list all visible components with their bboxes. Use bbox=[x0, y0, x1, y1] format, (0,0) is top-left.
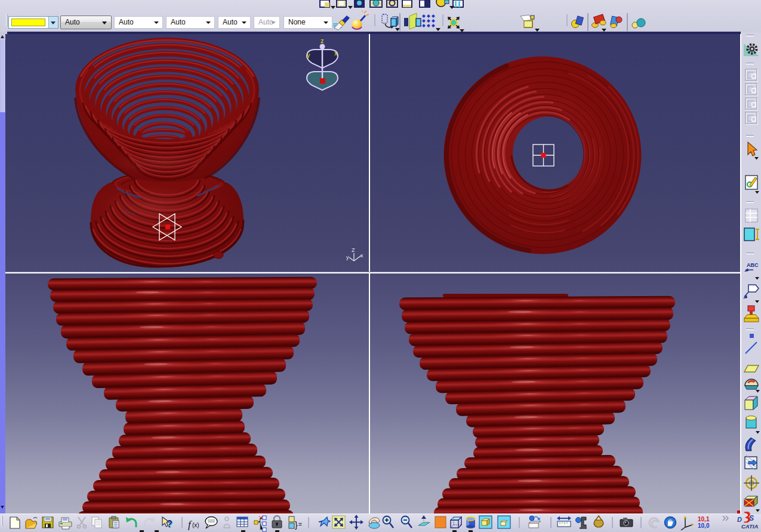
svg-text:10,1: 10,1 bbox=[698, 516, 710, 522]
svg-text:x: x bbox=[334, 50, 338, 57]
svg-text:f: f bbox=[188, 519, 192, 530]
svg-text:y: y bbox=[307, 51, 310, 59]
svg-text:10,0: 10,0 bbox=[698, 522, 710, 529]
svg-text:ABC: ABC bbox=[747, 262, 759, 268]
svg-text:D: D bbox=[737, 516, 742, 523]
svg-text:S: S bbox=[749, 514, 754, 522]
svg-text:Z: Z bbox=[352, 247, 355, 253]
svg-text:x: x bbox=[361, 253, 363, 259]
svg-text:}: } bbox=[295, 520, 298, 530]
svg-text:(x): (x) bbox=[192, 522, 199, 528]
svg-text:y: y bbox=[346, 254, 349, 260]
svg-text:=: = bbox=[298, 521, 302, 528]
svg-text:?: ? bbox=[167, 519, 172, 529]
svg-text:CATIA: CATIA bbox=[741, 523, 758, 530]
svg-text:z: z bbox=[321, 37, 324, 44]
